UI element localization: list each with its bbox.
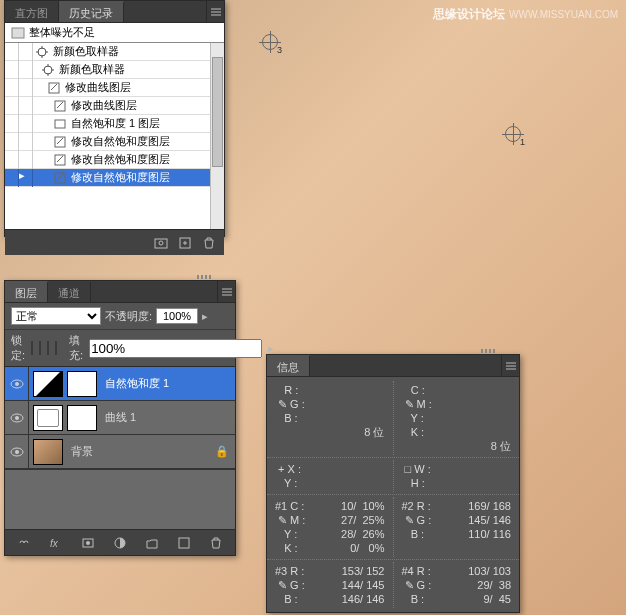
delete-icon[interactable]: [202, 236, 216, 250]
svg-rect-7: [55, 155, 65, 165]
mask-icon[interactable]: [81, 536, 95, 550]
svg-rect-4: [55, 101, 65, 111]
layer-thumb[interactable]: [33, 405, 63, 431]
layer-name[interactable]: 自然饱和度 1: [105, 376, 235, 391]
eye-icon: [10, 413, 24, 423]
history-step[interactable]: ▸修改自然饱和度图层: [5, 169, 224, 187]
group-icon[interactable]: [145, 536, 159, 550]
opacity-input[interactable]: [156, 308, 198, 324]
lock-position-button[interactable]: [47, 341, 49, 355]
svg-rect-22: [179, 538, 189, 548]
layers-list: 自然饱和度 1曲线 1背景🔒: [5, 367, 235, 469]
dropdown-arrow-icon[interactable]: ▸: [202, 310, 208, 323]
lock-pixels-button[interactable]: [39, 341, 41, 355]
link-icon[interactable]: [17, 536, 31, 550]
history-step[interactable]: 修改自然饱和度图层: [5, 151, 224, 169]
delete-icon[interactable]: [209, 536, 223, 550]
opacity-label: 不透明度:: [105, 309, 152, 324]
panel-menu-button[interactable]: [206, 1, 224, 22]
panel-menu-button[interactable]: [217, 281, 235, 302]
adjustment-icon[interactable]: [113, 536, 127, 550]
svg-point-17: [15, 450, 19, 454]
dropdown-arrow-icon[interactable]: ▸: [268, 342, 274, 355]
history-footer: [5, 229, 224, 255]
eye-icon: [10, 379, 24, 389]
layers-tabs: 图层 通道: [5, 281, 235, 303]
history-step-icon: [45, 81, 63, 95]
eye-icon: [10, 447, 24, 457]
history-step-icon: [51, 171, 69, 185]
history-doc-name: 整体曝光不足: [29, 25, 95, 40]
history-step-label: 自然饱和度 1 图层: [69, 116, 160, 131]
panel-grip[interactable]: [197, 275, 211, 279]
panel-menu-button[interactable]: [501, 355, 519, 376]
new-document-icon[interactable]: [178, 236, 192, 250]
svg-rect-0: [12, 28, 24, 38]
history-doc-header[interactable]: 整体曝光不足: [5, 23, 224, 43]
lock-row: 锁定: 填充: ▸: [5, 330, 235, 367]
svg-rect-3: [49, 83, 59, 93]
svg-text:fx: fx: [50, 538, 59, 549]
layers-empty: [5, 469, 235, 529]
layer-name[interactable]: 曲线 1: [105, 410, 235, 425]
layer-mask[interactable]: [67, 405, 97, 431]
lock-label: 锁定:: [11, 333, 25, 363]
history-step-icon: [39, 63, 57, 77]
history-step-icon: [51, 135, 69, 149]
history-tabs: 直方图 历史记录: [5, 1, 224, 23]
svg-rect-8: [55, 173, 65, 183]
tab-history[interactable]: 历史记录: [59, 1, 124, 22]
history-step[interactable]: 自然饱和度 1 图层: [5, 115, 224, 133]
history-scrollbar[interactable]: [210, 43, 224, 229]
history-step-icon: [33, 45, 51, 59]
scrollbar-thumb[interactable]: [212, 57, 223, 167]
info-tabs: 信息: [267, 355, 519, 377]
layer-thumb[interactable]: [33, 439, 63, 465]
tab-info[interactable]: 信息: [267, 355, 310, 376]
color-sampler-3[interactable]: 3: [262, 34, 278, 50]
tab-histogram[interactable]: 直方图: [5, 1, 59, 22]
history-step-label: 修改自然饱和度图层: [69, 152, 170, 167]
fx-icon[interactable]: fx: [49, 536, 63, 550]
panel-grip[interactable]: [481, 349, 495, 353]
svg-point-10: [159, 241, 163, 245]
history-step[interactable]: 修改自然饱和度图层: [5, 133, 224, 151]
document-icon: [11, 27, 25, 39]
lock-all-button[interactable]: [55, 341, 57, 355]
history-step[interactable]: 修改曲线图层: [5, 97, 224, 115]
visibility-toggle[interactable]: [5, 367, 29, 401]
visibility-toggle[interactable]: [5, 401, 29, 435]
info-panel: 信息 R : ✎ G : B : 8 位 C : ✎ M : Y : K : 8…: [266, 354, 520, 613]
menu-icon: [506, 362, 516, 370]
new-layer-icon[interactable]: [177, 536, 191, 550]
history-step-label: 新颜色取样器: [51, 44, 119, 59]
history-step[interactable]: 新颜色取样器: [5, 43, 224, 61]
layer-row[interactable]: 自然饱和度 1: [5, 367, 235, 401]
fill-input[interactable]: [89, 339, 262, 358]
history-step-label: 修改自然饱和度图层: [69, 134, 170, 149]
history-step-icon: [51, 99, 69, 113]
layer-row[interactable]: 背景🔒: [5, 435, 235, 469]
svg-point-2: [44, 66, 52, 74]
layer-row[interactable]: 曲线 1: [5, 401, 235, 435]
history-step-label: 修改自然饱和度图层: [69, 170, 170, 185]
tab-channels[interactable]: 通道: [48, 281, 91, 302]
layer-name[interactable]: 背景: [71, 444, 215, 459]
svg-point-13: [15, 382, 19, 386]
history-step[interactable]: 修改曲线图层: [5, 79, 224, 97]
color-sampler-1[interactable]: 1: [505, 126, 521, 142]
lock-transparency-button[interactable]: [31, 341, 33, 355]
history-step-icon: [51, 153, 69, 167]
blend-mode-select[interactable]: 正常: [11, 307, 101, 325]
svg-rect-5: [55, 120, 65, 128]
tab-layers[interactable]: 图层: [5, 281, 48, 302]
new-snapshot-icon[interactable]: [154, 236, 168, 250]
history-step[interactable]: 新颜色取样器: [5, 61, 224, 79]
watermark: 思缘设计论坛WWW.MISSYUAN.COM: [433, 6, 618, 23]
history-step-icon: [51, 117, 69, 131]
layer-mask[interactable]: [67, 371, 97, 397]
visibility-toggle[interactable]: [5, 435, 29, 469]
layer-thumb[interactable]: [33, 371, 63, 397]
history-step-label: 修改曲线图层: [69, 98, 137, 113]
history-step-label: 修改曲线图层: [63, 80, 131, 95]
